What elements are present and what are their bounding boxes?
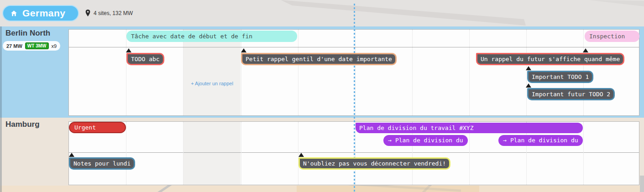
reminder-bar[interactable]: Notes pour lundi bbox=[69, 157, 135, 170]
date-marker-icon bbox=[583, 48, 588, 52]
turbine-type-badge: WT 3MW bbox=[25, 42, 49, 49]
week-gridline bbox=[298, 30, 298, 115]
region-title: Germany bbox=[22, 8, 66, 19]
week-gridline bbox=[183, 122, 183, 185]
reminder-bar[interactable]: Un rappel du futur s'affiche quand même bbox=[476, 53, 624, 65]
task-bar-split[interactable]: → Plan de division du bbox=[383, 135, 468, 146]
week-gridline bbox=[355, 122, 356, 185]
reminder-bar[interactable]: TODO abc bbox=[126, 53, 164, 65]
date-marker-icon bbox=[241, 48, 246, 52]
berlin-capacity-pill: 27 MW WT 3MW x9 bbox=[3, 41, 60, 51]
week-gridline bbox=[126, 122, 126, 185]
task-bar[interactable]: Plan de division du travail #XYZ bbox=[356, 123, 583, 133]
week-gridline bbox=[241, 122, 241, 185]
date-marker-icon bbox=[526, 83, 531, 88]
task-bar[interactable]: Urgent bbox=[69, 122, 126, 133]
location-pin-icon bbox=[85, 9, 91, 17]
task-bar[interactable]: Inspection bbox=[585, 31, 639, 42]
highlighted-week-column bbox=[183, 30, 241, 115]
reminder-bar[interactable]: N'oubliez pas vous déconnecter vendredi! bbox=[298, 157, 450, 170]
highlighted-week-column bbox=[183, 122, 241, 185]
date-marker-icon bbox=[298, 153, 304, 157]
turbine-count-label: x9 bbox=[52, 43, 57, 49]
date-marker-icon bbox=[526, 66, 531, 70]
task-bar-split[interactable]: → Plan de division du bbox=[498, 135, 583, 146]
sidebar-site-hamburg[interactable]: Hamburg bbox=[5, 120, 40, 129]
week-gridline bbox=[583, 122, 584, 185]
week-gridline bbox=[355, 30, 356, 115]
site-summary-text: 4 sites, 132 MW bbox=[94, 10, 133, 16]
date-marker-icon bbox=[126, 48, 131, 52]
home-icon bbox=[10, 10, 18, 17]
reminder-bar[interactable]: Petit rappel gentil d'une date important… bbox=[241, 53, 397, 65]
wind-farm-timeline: Germany 4 sites, 132 MW Berlin North 27 … bbox=[0, 0, 644, 192]
week-gridline bbox=[412, 30, 413, 115]
site-summary: 4 sites, 132 MW bbox=[85, 9, 133, 17]
reminder-bar[interactable]: Important futur TODO 2 bbox=[527, 88, 615, 100]
sidebar-site-berlin-north[interactable]: Berlin North bbox=[5, 29, 50, 38]
breadcrumb-region-button[interactable]: Germany bbox=[2, 5, 79, 21]
week-gridline bbox=[526, 30, 527, 115]
week-gridline bbox=[126, 30, 126, 115]
date-marker-icon bbox=[69, 153, 74, 157]
reminder-bar[interactable]: Important TODO 1 bbox=[527, 71, 593, 83]
week-gridline bbox=[469, 30, 470, 115]
week-gridline bbox=[183, 30, 183, 115]
week-gridline bbox=[241, 30, 241, 115]
task-bar[interactable]: Tâche avec date de début et de fin bbox=[126, 31, 297, 42]
capacity-label: 27 MW bbox=[6, 43, 22, 49]
add-reminder-link[interactable]: + Ajouter un rappel bbox=[183, 81, 241, 86]
left-edge-shadow bbox=[0, 26, 2, 192]
